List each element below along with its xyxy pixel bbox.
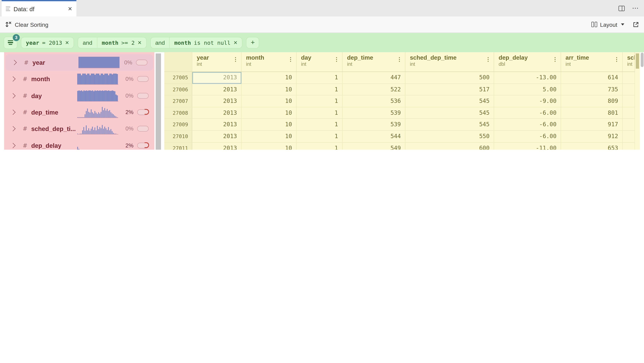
- remove-filter-icon[interactable]: ✕: [138, 40, 142, 46]
- column-summary-row-dep_time[interactable]: #dep_time2%: [4, 104, 154, 121]
- table-cell[interactable]: 2013: [192, 95, 242, 107]
- table-cell[interactable]: -9.00: [494, 95, 561, 107]
- remove-filter-icon[interactable]: ✕: [234, 40, 238, 46]
- column-header-year[interactable]: yearint⋮: [192, 52, 242, 72]
- tab-close-icon[interactable]: ✕: [64, 6, 72, 12]
- filter-pill[interactable]: year= 2013✕: [21, 37, 74, 48]
- grid-vertical-scrollbar-thumb[interactable]: [636, 53, 639, 69]
- table-cell[interactable]: 10: [242, 72, 296, 84]
- table-cell[interactable]: 544: [342, 131, 405, 142]
- column-menu-icon[interactable]: ⋮: [397, 58, 402, 61]
- table-cell[interactable]: -6.00: [494, 131, 561, 142]
- table-cell[interactable]: 550: [405, 131, 494, 142]
- more-actions-icon[interactable]: ⋯: [632, 6, 639, 10]
- table-cell[interactable]: 500: [405, 72, 494, 84]
- table-cell[interactable]: 10: [242, 131, 296, 142]
- table-cell[interactable]: 536: [342, 95, 405, 107]
- expand-icon[interactable]: [10, 126, 16, 131]
- table-cell[interactable]: 2013: [192, 143, 242, 150]
- column-header-dep_time[interactable]: dep_timeint⋮: [342, 52, 405, 72]
- sidebar-scrollbar[interactable]: [155, 52, 162, 150]
- column-menu-icon[interactable]: ⋮: [233, 58, 238, 61]
- filter-pill[interactable]: month>= 2✕: [97, 37, 146, 48]
- expand-icon[interactable]: [10, 110, 16, 115]
- sidebar-scrollbar-thumb[interactable]: [156, 53, 161, 150]
- column-summary-row-month[interactable]: #month0%: [4, 71, 154, 87]
- expand-icon[interactable]: [10, 143, 16, 148]
- table-cell[interactable]: 917: [561, 119, 623, 131]
- table-cell[interactable]: 545: [405, 95, 494, 107]
- table-cell[interactable]: 801: [561, 107, 623, 119]
- table-cell[interactable]: 545: [405, 119, 494, 131]
- table-cell[interactable]: [623, 119, 635, 131]
- column-menu-icon[interactable]: ⋮: [486, 58, 491, 61]
- column-summary-row-sched_dep_ti[interactable]: #sched_dep_ti...0%: [4, 121, 154, 137]
- open-in-new-window-icon[interactable]: [632, 21, 639, 28]
- table-cell[interactable]: [623, 84, 635, 95]
- layout-button[interactable]: Layout: [591, 21, 624, 28]
- table-cell[interactable]: 10: [242, 143, 296, 150]
- table-cell[interactable]: 1: [296, 72, 343, 84]
- filter-pill[interactable]: monthis not null✕: [170, 37, 242, 48]
- table-cell[interactable]: 10: [242, 95, 296, 107]
- expand-icon[interactable]: [10, 77, 16, 82]
- column-menu-icon[interactable]: ⋮: [334, 58, 339, 61]
- column-summary-row-dep_delay[interactable]: #dep_delay2%: [4, 137, 154, 150]
- table-cell[interactable]: 1: [296, 143, 343, 150]
- table-cell[interactable]: 10: [242, 107, 296, 119]
- clear-sorting-button[interactable]: Clear Sorting: [5, 21, 48, 28]
- editor-scrollbar-thumb[interactable]: [640, 53, 643, 67]
- table-cell[interactable]: 545: [405, 107, 494, 119]
- table-cell[interactable]: 600: [405, 143, 494, 150]
- table-cell[interactable]: 614: [561, 72, 623, 84]
- column-header-month[interactable]: monthint⋮: [242, 52, 296, 72]
- table-cell[interactable]: 653: [561, 143, 623, 150]
- table-cell[interactable]: [623, 107, 635, 119]
- column-header-sch[interactable]: schint: [623, 52, 635, 72]
- column-menu-icon[interactable]: ⋮: [288, 58, 294, 61]
- table-cell[interactable]: 735: [561, 84, 623, 95]
- filter-menu-button[interactable]: 3: [4, 37, 17, 49]
- column-header-arr_time[interactable]: arr_timeint⋮: [561, 52, 623, 72]
- table-cell[interactable]: 539: [342, 107, 405, 119]
- table-cell[interactable]: -11.00: [494, 143, 561, 150]
- table-cell[interactable]: 539: [342, 119, 405, 131]
- table-cell[interactable]: 1: [296, 119, 343, 131]
- column-toggle[interactable]: [137, 126, 149, 132]
- table-cell[interactable]: [623, 95, 635, 107]
- table-cell[interactable]: [623, 131, 635, 142]
- column-header-dep_delay[interactable]: dep_delaydbl⋮: [494, 52, 561, 72]
- editor-scrollbar[interactable]: [640, 52, 644, 150]
- table-cell[interactable]: -13.00: [494, 72, 561, 84]
- expand-icon[interactable]: [10, 93, 16, 98]
- column-summary-row-year[interactable]: #year0%: [6, 54, 153, 71]
- tab-data-df[interactable]: Data: df ✕: [2, 0, 76, 17]
- table-cell[interactable]: 2013: [192, 119, 242, 131]
- column-toggle[interactable]: [137, 143, 149, 148]
- remove-filter-icon[interactable]: ✕: [65, 40, 69, 46]
- table-cell[interactable]: 2013: [192, 84, 242, 95]
- table-cell[interactable]: 549: [342, 143, 405, 150]
- table-cell[interactable]: 1: [296, 131, 343, 142]
- table-cell[interactable]: 522: [342, 84, 405, 95]
- grid-vertical-scrollbar[interactable]: [635, 52, 640, 150]
- table-cell[interactable]: 809: [561, 95, 623, 107]
- column-header-sched_dep_time[interactable]: sched_dep_timeint⋮: [405, 52, 494, 72]
- column-toggle[interactable]: [137, 76, 149, 82]
- table-cell[interactable]: 2013: [192, 72, 242, 84]
- table-cell[interactable]: 447: [342, 72, 405, 84]
- table-cell[interactable]: 1: [296, 95, 343, 107]
- table-cell[interactable]: 1: [296, 84, 343, 95]
- table-cell[interactable]: [623, 72, 635, 84]
- table-cell[interactable]: 10: [242, 119, 296, 131]
- column-header-day[interactable]: dayint⋮: [296, 52, 343, 72]
- column-toggle[interactable]: [136, 60, 148, 65]
- expand-icon[interactable]: [12, 60, 17, 65]
- column-toggle[interactable]: [137, 93, 149, 99]
- table-cell[interactable]: 1: [296, 107, 343, 119]
- table-cell[interactable]: 517: [405, 84, 494, 95]
- table-cell[interactable]: [623, 143, 635, 150]
- table-cell[interactable]: 912: [561, 131, 623, 142]
- table-cell[interactable]: 5.00: [494, 84, 561, 95]
- add-filter-button[interactable]: +: [246, 37, 259, 48]
